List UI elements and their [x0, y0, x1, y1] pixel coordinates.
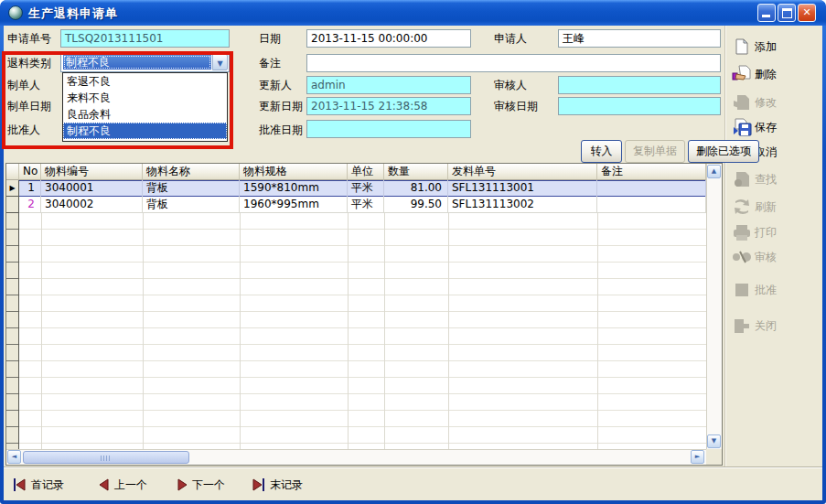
scroll-down-icon: ▼	[712, 437, 716, 445]
minimize-button[interactable]	[757, 4, 776, 22]
cell-no[interactable]: 1	[19, 180, 41, 197]
grid-line	[240, 213, 241, 449]
approve-date-label: 批准日期	[259, 123, 303, 137]
grid-line	[384, 213, 385, 449]
table-row-2[interactable]: 2 3040002 背板 1960*995mm 平米 99.50 SFL1311…	[6, 197, 706, 213]
sidebar-save-label: 保存	[755, 120, 777, 135]
audit-date-field[interactable]	[558, 97, 721, 115]
scroll-down-button[interactable]: ▼	[707, 434, 721, 448]
approve-date-field[interactable]	[306, 120, 471, 138]
title-bar[interactable]: 生产退料申请单 ✕	[0, 0, 826, 26]
nav-first-record-button[interactable]: 首记录	[13, 475, 64, 495]
cell-issueno[interactable]: SFL131113001	[448, 180, 597, 197]
delete-selected-button[interactable]: 删除已选项	[688, 140, 759, 163]
chevron-down-icon: ▼	[217, 59, 222, 68]
remark-label: 备注	[259, 56, 281, 70]
column-header-qty[interactable]: 数量	[384, 164, 448, 180]
date-field[interactable]: 2013-11-15 00:00:00	[306, 29, 471, 48]
vertical-scrollbar[interactable]: ▲ ▼	[706, 164, 722, 449]
table-row-1[interactable]: ▶ 1 3040001 背板 1590*810mm 平米 81.00 SFL13…	[6, 180, 706, 197]
scroll-left-button[interactable]: ◄	[7, 450, 21, 464]
add-document-icon	[732, 38, 752, 56]
scroll-up-button[interactable]: ▲	[707, 165, 721, 178]
dropdown-option-4-selected[interactable]: 制程不良	[63, 123, 227, 139]
column-header-no[interactable]: No	[19, 164, 41, 180]
nav-next-record-button[interactable]: 下一个	[177, 475, 225, 495]
cell-qty[interactable]: 99.50	[384, 197, 448, 213]
dropdown-option-2[interactable]: 来料不良	[63, 90, 227, 106]
nav-last-record-button[interactable]: 末记录	[252, 475, 303, 495]
cell-code[interactable]: 3040001	[41, 180, 143, 197]
cell-remark[interactable]	[597, 180, 706, 197]
transfer-button[interactable]: 转入	[581, 140, 622, 163]
sidebar-find-label: 查找	[755, 172, 777, 188]
updater-field[interactable]: admin	[306, 76, 471, 94]
return-type-combobox[interactable]: 制程不良 ▼	[60, 52, 230, 72]
request-no-field[interactable]: TLSQ2013111501	[60, 29, 230, 48]
cell-remark[interactable]	[597, 197, 706, 213]
record-navigation-bar: 首记录 上一个 下一个 末记录	[4, 467, 822, 500]
cell-no[interactable]: 2	[19, 197, 41, 213]
sidebar-audit-label: 审核	[755, 250, 777, 265]
make-date-label: 制单日期	[7, 99, 51, 113]
column-header-issueno[interactable]: 发料单号	[448, 164, 597, 180]
maximize-button[interactable]	[778, 4, 796, 22]
copy-doc-button: 复制单据	[625, 140, 685, 163]
row-pointer-icon: ▶	[6, 180, 19, 197]
column-header-name[interactable]: 物料名称	[143, 164, 240, 180]
column-header-spec[interactable]: 物料规格	[240, 164, 348, 180]
auditor-field[interactable]	[558, 76, 721, 94]
delete-hand-icon	[732, 65, 752, 83]
cell-qty[interactable]: 81.00	[384, 180, 448, 197]
sidebar-add-label: 添加	[755, 39, 777, 55]
items-table: No 物料编号 物料名称 物料规格 单位 数量 发料单号 备注 ▶ 1 3040…	[5, 163, 723, 466]
cell-spec[interactable]: 1590*810mm	[240, 180, 348, 197]
sidebar-approve-label: 批准	[755, 283, 777, 298]
minimize-icon	[762, 15, 770, 17]
grid-line	[448, 213, 449, 449]
horizontal-scroll-thumb[interactable]	[23, 451, 189, 464]
panel-divider	[724, 26, 726, 467]
remark-field[interactable]	[306, 54, 721, 72]
scroll-left-icon: ◄	[12, 453, 16, 460]
nav-prev-record-button[interactable]: 上一个	[99, 475, 147, 495]
horizontal-scrollbar[interactable]: ◄ ►	[6, 449, 706, 465]
row-selector[interactable]	[6, 197, 19, 213]
date-label: 日期	[259, 31, 281, 46]
cell-spec[interactable]: 1960*995mm	[240, 197, 348, 213]
combo-dropdown-button[interactable]: ▼	[212, 54, 228, 70]
scroll-right-button[interactable]: ►	[691, 450, 704, 464]
applicant-label: 申请人	[494, 31, 527, 46]
column-header-remark[interactable]: 备注	[597, 164, 706, 180]
sidebar-refresh-button: 刷新	[732, 197, 820, 217]
updater-label: 更新人	[259, 78, 292, 92]
cell-issueno[interactable]: SFL131113002	[448, 197, 597, 213]
sidebar-delete-button[interactable]: 删除	[732, 64, 820, 84]
sidebar-add-button[interactable]: 添加	[732, 37, 820, 57]
grid-line	[143, 213, 144, 449]
applicant-field[interactable]: 王峰	[558, 29, 721, 48]
audit-icon	[732, 248, 752, 266]
scroll-right-icon: ►	[695, 453, 700, 460]
column-header-code[interactable]: 物料编号	[41, 164, 143, 180]
window-title: 生产退料申请单	[28, 5, 118, 22]
cell-name[interactable]: 背板	[143, 180, 240, 197]
nav-first-label: 首记录	[31, 477, 64, 493]
nav-next-label: 下一个	[192, 477, 225, 493]
scrollbar-corner	[706, 449, 722, 465]
update-date-field[interactable]: 2013-11-15 21:38:58	[306, 97, 471, 115]
column-header-unit[interactable]: 单位	[348, 164, 384, 180]
dropdown-option-1[interactable]: 客退不良	[63, 73, 227, 90]
cell-unit[interactable]: 平米	[348, 180, 384, 197]
audit-date-label: 审核日期	[494, 99, 538, 113]
sidebar-save-button[interactable]: 保存	[732, 117, 820, 137]
dropdown-option-3[interactable]: 良品余料	[63, 106, 227, 123]
approver-label: 批准人	[7, 123, 40, 137]
cell-name[interactable]: 背板	[143, 197, 240, 213]
cell-unit[interactable]: 平米	[348, 197, 384, 213]
print-icon	[732, 223, 752, 241]
grid-line	[597, 213, 598, 449]
cell-code[interactable]: 3040002	[41, 197, 143, 213]
close-door-icon	[732, 316, 752, 335]
close-button[interactable]: ✕	[798, 4, 816, 22]
